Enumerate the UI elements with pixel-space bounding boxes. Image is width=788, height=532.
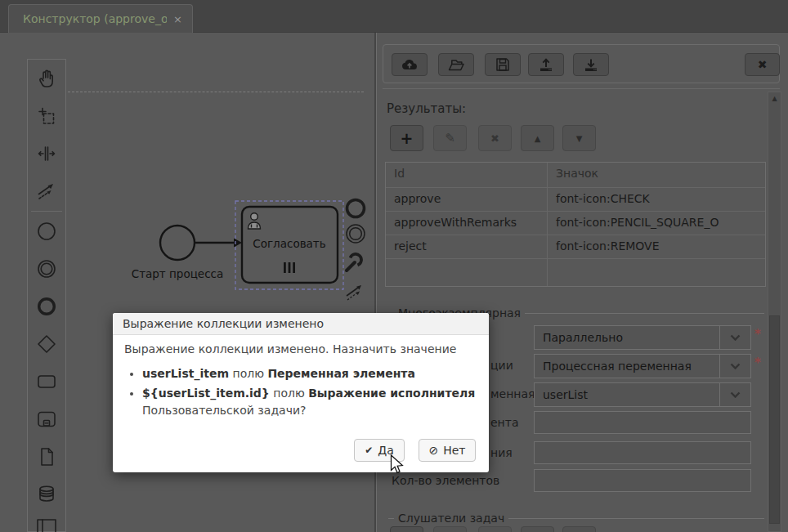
scrollbar-up-arrow[interactable]: ▲ bbox=[768, 95, 781, 102]
table-row[interactable]: approveWithRemarks font-icon:PENCIL_SQUA… bbox=[386, 211, 765, 235]
required-marker: * bbox=[754, 355, 761, 370]
panel-separator bbox=[383, 88, 780, 89]
delete-result-button[interactable]: ✖ bbox=[478, 125, 512, 151]
plus-icon: + bbox=[401, 129, 414, 147]
dialog-title: Выражение коллекции изменено bbox=[113, 313, 489, 335]
context-pad-intermediate-event-icon[interactable] bbox=[347, 225, 365, 243]
dialog-bullet-list: userList_item полю Переменная элемента $… bbox=[142, 365, 477, 419]
start-event-shape[interactable] bbox=[160, 226, 195, 260]
panel-toolbar: ✖ bbox=[383, 44, 780, 83]
cell-id: approveWithRemarks bbox=[386, 212, 548, 235]
parallel-multi-instance-marker bbox=[284, 262, 295, 273]
folder-open-icon bbox=[447, 57, 465, 72]
header-icon: Значок bbox=[548, 163, 765, 187]
process-variable-select[interactable]: userList bbox=[534, 382, 751, 407]
required-marker: * bbox=[754, 327, 761, 342]
tab-title: Конструктор (approve_offe... bbox=[23, 12, 167, 25]
cell-icon: font-icon:REMOVE bbox=[548, 235, 765, 258]
open-button[interactable] bbox=[438, 53, 474, 76]
field-label: ния bbox=[490, 446, 513, 459]
dialog-body: Выражение коллекции изменено. Назначить … bbox=[113, 335, 489, 419]
tab-bar: Конструктор (approve_offe... × bbox=[0, 0, 788, 33]
tab-constructor[interactable]: Конструктор (approve_offe... × bbox=[8, 4, 193, 33]
add-listener-button[interactable]: + bbox=[390, 526, 423, 532]
start-event-label: Старт процесса bbox=[132, 267, 224, 280]
upload-button[interactable] bbox=[528, 53, 564, 76]
listeners-fieldset-legend: Слушатели задач bbox=[394, 512, 508, 525]
table-empty-row bbox=[386, 258, 765, 286]
deploy-button[interactable] bbox=[392, 53, 428, 76]
listener-up-button[interactable]: ▲ bbox=[521, 526, 554, 532]
select-value: Процессная переменная bbox=[535, 360, 719, 373]
no-label: Нет bbox=[443, 444, 465, 457]
dialog-message: Выражение коллекции изменено. Назначить … bbox=[124, 342, 477, 355]
cell-icon: font-icon:PENCIL_SQUARE_O bbox=[548, 212, 765, 235]
add-result-button[interactable]: + bbox=[390, 125, 423, 151]
ban-icon: ⊘ bbox=[428, 444, 438, 457]
completion-condition-input[interactable] bbox=[534, 441, 751, 464]
upload-icon bbox=[538, 57, 554, 72]
collection-type-select[interactable]: Процессная переменная bbox=[534, 354, 751, 378]
cloud-upload-icon bbox=[401, 57, 419, 72]
listener-down-button[interactable]: ▼ bbox=[562, 526, 596, 532]
edit-listener-button[interactable]: ✎ bbox=[433, 526, 467, 532]
chevron-down-icon bbox=[719, 383, 750, 406]
pencil-icon: ✎ bbox=[445, 131, 455, 145]
delete-listener-button[interactable]: ✖ bbox=[478, 526, 512, 532]
cell-icon: font-icon:CHECK bbox=[548, 188, 765, 211]
chevron-down-icon bbox=[719, 355, 750, 378]
panel-scrollbar[interactable]: ▲ bbox=[768, 92, 781, 532]
bullet-item: userList_item полю Переменная элемента bbox=[142, 365, 477, 382]
move-up-button[interactable]: ▲ bbox=[521, 125, 554, 151]
check-icon: ✔ bbox=[365, 445, 373, 456]
panel-close-button[interactable]: ✖ bbox=[745, 53, 780, 76]
close-icon: ✖ bbox=[758, 58, 768, 71]
user-task-label: Согласовать bbox=[253, 237, 325, 250]
header-id: Id bbox=[386, 163, 548, 187]
context-pad bbox=[347, 200, 365, 301]
collection-changed-dialog: Выражение коллекции изменено Выражение к… bbox=[113, 313, 489, 472]
select-value: Параллельно bbox=[535, 331, 719, 344]
mouse-cursor bbox=[390, 454, 408, 476]
tab-close-icon[interactable]: × bbox=[173, 13, 182, 25]
element-variable-input[interactable] bbox=[534, 411, 751, 434]
save-icon bbox=[495, 57, 510, 72]
chevron-down-icon bbox=[719, 326, 750, 349]
table-row[interactable]: reject font-icon:REMOVE bbox=[386, 235, 765, 258]
table-header-row: Id Значок bbox=[386, 163, 765, 187]
context-pad-wrench-icon[interactable] bbox=[347, 254, 361, 270]
save-button[interactable] bbox=[485, 53, 521, 76]
dialog-tail-question: Пользовательской задачи? bbox=[142, 402, 477, 419]
results-table: Id Значок approve font-icon:CHECK approv… bbox=[385, 162, 766, 287]
context-pad-connect-icon[interactable] bbox=[347, 285, 361, 300]
select-value: userList bbox=[535, 388, 719, 401]
field-label: ции bbox=[490, 359, 513, 372]
arrow-down-icon: ▼ bbox=[576, 134, 583, 143]
field-label: ента bbox=[490, 416, 519, 429]
scrollbar-thumb[interactable] bbox=[769, 315, 780, 524]
x-icon: ✖ bbox=[490, 132, 499, 145]
table-row[interactable]: approve font-icon:CHECK bbox=[386, 187, 765, 211]
no-button[interactable]: ⊘ Нет bbox=[419, 439, 476, 462]
cell-id: reject bbox=[386, 235, 548, 258]
arrow-up-icon: ▲ bbox=[535, 134, 541, 143]
bullet-item: ${userList_item.id} полю Выражение испол… bbox=[142, 385, 477, 419]
cell-id: approve bbox=[386, 188, 548, 211]
edit-result-button[interactable]: ✎ bbox=[433, 125, 467, 151]
sequential-mode-select[interactable]: Параллельно bbox=[534, 325, 751, 350]
field-label-element-count: Кол-во элементов bbox=[392, 474, 499, 487]
download-icon bbox=[583, 57, 599, 72]
context-pad-end-event-icon[interactable] bbox=[347, 200, 365, 217]
move-down-button[interactable]: ▼ bbox=[562, 125, 596, 151]
download-button[interactable] bbox=[573, 53, 609, 76]
element-count-input[interactable] bbox=[534, 469, 751, 492]
results-label: Результаты: bbox=[387, 101, 466, 116]
field-label: менная bbox=[490, 387, 535, 400]
